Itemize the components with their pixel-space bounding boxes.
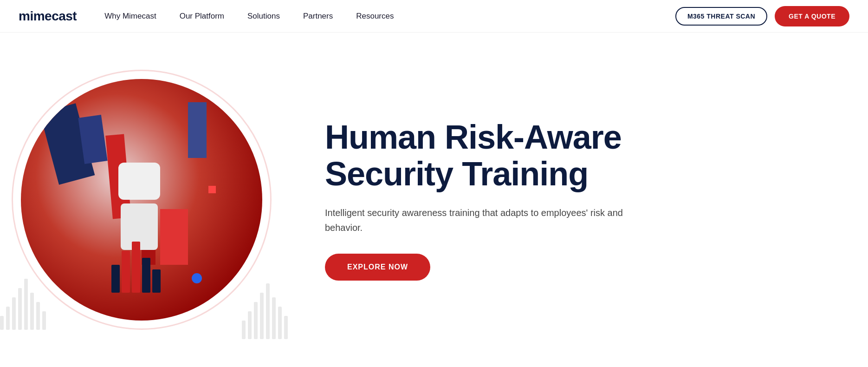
hero-title-line1: Human Risk-Aware xyxy=(325,118,622,156)
nav-solutions[interactable]: Solutions xyxy=(247,12,280,21)
logo[interactable]: mimecast xyxy=(19,9,77,24)
red-shape-2 xyxy=(160,209,188,265)
blue-shape-3 xyxy=(188,102,207,158)
hero-content: Human Risk-Aware Security Training Intel… xyxy=(297,91,715,308)
threat-scan-button[interactable]: M365 THREAT SCAN xyxy=(675,7,767,26)
get-quote-button[interactable]: GET A QUOTE xyxy=(775,6,849,26)
accent-red-small xyxy=(208,186,216,193)
hero-section: Human Risk-Aware Security Training Intel… xyxy=(0,33,868,367)
navbar: mimecast Why Mimecast Our Platform Solut… xyxy=(0,0,868,33)
nav-why-mimecast[interactable]: Why Mimecast xyxy=(104,12,156,21)
nav-partners[interactable]: Partners xyxy=(303,12,333,21)
nav-links: Why Mimecast Our Platform Solutions Part… xyxy=(104,12,675,21)
hero-subtitle: Intelligent security awareness training … xyxy=(325,205,627,235)
hero-illustration xyxy=(0,33,297,367)
navbar-actions: M365 THREAT SCAN GET A QUOTE xyxy=(675,6,849,26)
hero-circle-art xyxy=(7,65,276,334)
logo-text: mimecast xyxy=(19,9,77,23)
accent-blue-dot xyxy=(192,273,202,283)
robot-head xyxy=(118,163,160,200)
nav-our-platform[interactable]: Our Platform xyxy=(180,12,224,21)
nav-resources[interactable]: Resources xyxy=(356,12,394,21)
hero-title-line2: Security Training xyxy=(325,155,588,192)
explore-now-button[interactable]: EXPLORE NOW xyxy=(325,254,430,281)
hero-title: Human Risk-Aware Security Training xyxy=(325,119,678,192)
